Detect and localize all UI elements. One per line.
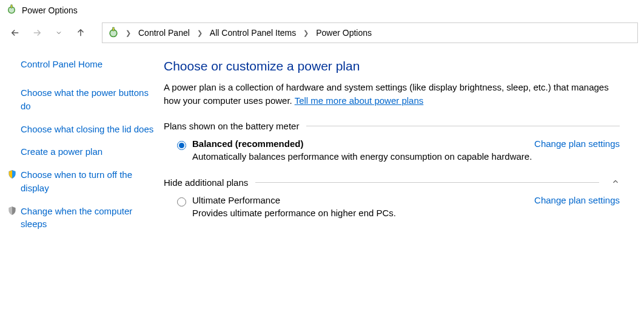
shield-icon — [7, 206, 17, 216]
plan-description: Provides ultimate performance on higher … — [192, 208, 620, 218]
group-label: Plans shown on the battery meter — [164, 121, 299, 131]
plan-name: Balanced (recommended) — [192, 138, 303, 149]
forward-button[interactable] — [28, 24, 46, 42]
sidebar-link-computer-sleeps[interactable]: Change when the computer sleeps — [21, 205, 158, 231]
plan-description: Automatically balances performance with … — [192, 151, 620, 162]
sidebar-link-label: Change when the computer sleeps — [21, 206, 132, 230]
change-plan-settings-link[interactable]: Change plan settings — [534, 138, 620, 149]
plan-radio-ultimate[interactable] — [177, 197, 186, 206]
group-label: Hide additional plans — [164, 177, 248, 188]
svg-rect-7 — [113, 27, 114, 30]
sidebar-link-closing-lid[interactable]: Choose what closing the lid does — [21, 123, 158, 136]
svg-rect-3 — [11, 5, 12, 8]
breadcrumb-icon — [107, 26, 119, 40]
divider — [306, 126, 620, 126]
group-header-battery-plans: Plans shown on the battery meter — [164, 121, 620, 131]
chevron-right-icon: ❯ — [123, 29, 133, 37]
plan-name: Ultimate Performance — [192, 195, 280, 205]
power-options-icon — [6, 4, 17, 16]
plan-radio-balanced[interactable] — [177, 141, 186, 150]
breadcrumb-item[interactable]: All Control Panel Items — [209, 27, 297, 39]
window-title: Power Options — [22, 5, 78, 15]
recent-dropdown[interactable] — [50, 24, 68, 42]
page-heading: Choose or customize a power plan — [164, 59, 620, 73]
chevron-right-icon: ❯ — [195, 29, 205, 37]
sidebar-link-power-buttons[interactable]: Choose what the power buttons do — [21, 86, 158, 113]
title-bar: Power Options — [0, 0, 644, 20]
chevron-right-icon: ❯ — [301, 29, 311, 37]
plan-row-balanced: Balanced (recommended) Change plan setti… — [164, 138, 620, 162]
sidebar: Control Panel Home Choose what the power… — [0, 59, 164, 241]
breadcrumb[interactable]: ❯ Control Panel ❯ All Control Panel Item… — [102, 22, 638, 43]
up-button[interactable] — [72, 24, 90, 42]
divider — [255, 182, 599, 183]
sidebar-link-turn-off-display[interactable]: Choose when to turn off the display — [21, 168, 158, 195]
back-button[interactable] — [6, 24, 24, 42]
breadcrumb-item[interactable]: Control Panel — [137, 27, 191, 39]
breadcrumb-item[interactable]: Power Options — [315, 27, 373, 39]
tell-me-more-link[interactable]: Tell me more about power plans — [295, 95, 424, 106]
page-description: A power plan is a collection of hardware… — [164, 81, 620, 108]
sidebar-link-create-plan[interactable]: Create a power plan — [21, 145, 158, 159]
shield-icon — [7, 169, 17, 179]
group-header-additional-plans[interactable]: Hide additional plans — [164, 177, 620, 188]
change-plan-settings-link[interactable]: Change plan settings — [534, 195, 620, 205]
chevron-up-icon — [606, 177, 620, 188]
sidebar-link-label: Choose when to turn off the display — [21, 169, 132, 193]
content: Control Panel Home Choose what the power… — [0, 48, 644, 241]
main: Choose or customize a power plan A power… — [164, 59, 644, 241]
plan-row-ultimate: Ultimate Performance Change plan setting… — [164, 195, 620, 218]
nav-row: ❯ Control Panel ❯ All Control Panel Item… — [0, 20, 644, 48]
control-panel-home-link[interactable]: Control Panel Home — [21, 59, 158, 69]
